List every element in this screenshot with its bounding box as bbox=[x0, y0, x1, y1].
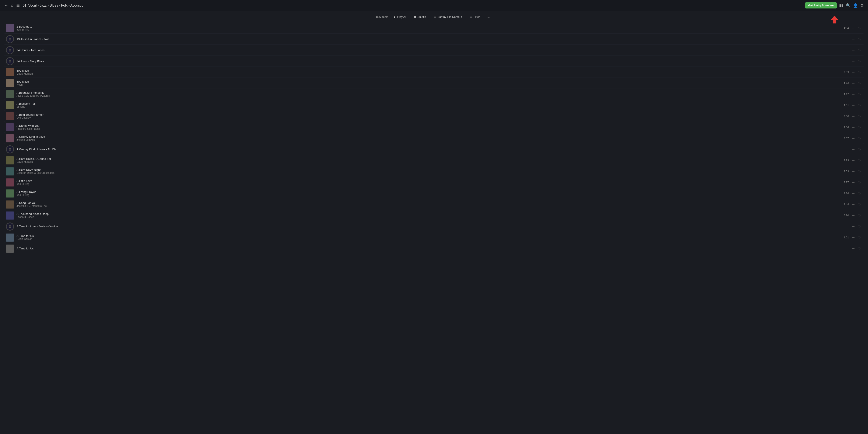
track-more-button[interactable]: ⋯ bbox=[851, 158, 856, 163]
track-duration: 2:53 bbox=[841, 170, 849, 173]
track-favorite-button[interactable]: ♡ bbox=[858, 91, 862, 97]
track-row[interactable]: 500 Miles David Munyon 2:39 ⋯ ♡ bbox=[4, 67, 864, 78]
track-favorite-button[interactable]: ♡ bbox=[858, 168, 862, 174]
track-row[interactable]: 2 Become 1 Yao Si Ting 4:04 ⋯ ♡ bbox=[4, 23, 864, 34]
track-row[interactable]: A Herd Day's Night Deborah Dixon & Les C… bbox=[4, 166, 864, 177]
track-more-button[interactable]: ⋯ bbox=[851, 80, 856, 86]
track-row[interactable]: A Hard Rain's A-Gonna Fall David Munyon … bbox=[4, 155, 864, 166]
track-favorite-button[interactable]: ♡ bbox=[858, 179, 862, 185]
track-artist: David Munyon bbox=[17, 72, 841, 75]
track-title: A Time for Love - Melissa Walker bbox=[17, 225, 841, 228]
settings-icon[interactable]: ⚙ bbox=[860, 3, 864, 8]
search-icon[interactable]: 🔍 bbox=[846, 3, 850, 8]
track-row[interactable]: 13 Jours En France - Awa ⋯ ♡ bbox=[4, 34, 864, 45]
track-actions: ⋯ ♡ bbox=[851, 113, 862, 119]
track-row[interactable]: A Song For You Jacintha & J. Montiero Tr… bbox=[4, 199, 864, 210]
shuffle-button[interactable]: ✖ Shuffle bbox=[412, 14, 428, 20]
track-more-button[interactable]: ⋯ bbox=[851, 202, 856, 207]
track-more-button[interactable]: ⋯ bbox=[851, 135, 856, 141]
track-favorite-button[interactable]: ♡ bbox=[858, 58, 862, 64]
track-row[interactable]: A Time for Love - Melissa Walker ⋯ ♡ bbox=[4, 221, 864, 232]
track-more-button[interactable]: ⋯ bbox=[851, 235, 856, 240]
more-button[interactable]: ... bbox=[485, 14, 492, 20]
track-info: A Hard Rain's A-Gonna Fall David Munyon bbox=[17, 157, 841, 163]
track-row[interactable]: A Beautiful Friendship Alexis Cole & Buc… bbox=[4, 89, 864, 100]
track-row[interactable]: A Living Prayer Yao Si Ting 4:16 ⋯ ♡ bbox=[4, 188, 864, 199]
track-more-button[interactable]: ⋯ bbox=[851, 91, 856, 97]
track-more-button[interactable]: ⋯ bbox=[851, 245, 856, 251]
track-row[interactable]: 500 Miles Noon 4:46 ⋯ ♡ bbox=[4, 78, 864, 89]
track-actions: ⋯ ♡ bbox=[851, 245, 862, 251]
track-info: A Groovy Kind of Love - Jin Chi bbox=[17, 148, 841, 151]
track-actions: ⋯ ♡ bbox=[851, 224, 862, 229]
track-more-button[interactable]: ⋯ bbox=[851, 47, 856, 53]
track-favorite-button[interactable]: ♡ bbox=[858, 69, 862, 75]
track-title: 24Hours - Mary Black bbox=[17, 60, 841, 63]
track-favorite-button[interactable]: ♡ bbox=[858, 124, 862, 130]
track-row[interactable]: A Little Love Yao Si Ting 3:27 ⋯ ♡ bbox=[4, 177, 864, 188]
track-row[interactable]: 24Hours - Mary Black ⋯ ♡ bbox=[4, 56, 864, 67]
track-duration: 8:44 bbox=[841, 203, 849, 206]
track-title: A Living Prayer bbox=[17, 190, 841, 194]
track-duration: 4:04 bbox=[841, 27, 849, 30]
home-icon[interactable]: ⌂ bbox=[11, 3, 13, 8]
track-favorite-button[interactable]: ♡ bbox=[858, 224, 862, 229]
track-row[interactable]: A Thousand Kisses Deep Leonard Cohen 6:3… bbox=[4, 210, 864, 221]
header-left: ← ⌂ ☰ 01. Vocal - Jazz - Blues - Folk - … bbox=[4, 3, 805, 8]
track-favorite-button[interactable]: ♡ bbox=[858, 235, 862, 240]
track-row[interactable]: A Bold Young Farmer Eva Cassidy 3:50 ⋯ ♡ bbox=[4, 111, 864, 122]
track-favorite-button[interactable]: ♡ bbox=[858, 80, 862, 86]
premiere-button[interactable]: Get Emby Premiere bbox=[805, 2, 837, 8]
track-actions: ⋯ ♡ bbox=[851, 191, 862, 196]
track-row[interactable]: A Blossom Fell Simone 4:01 ⋯ ♡ bbox=[4, 100, 864, 111]
track-row[interactable]: A Time for Us Celtic Woman 4:01 ⋯ ♡ bbox=[4, 232, 864, 243]
track-more-button[interactable]: ⋯ bbox=[851, 102, 856, 108]
track-favorite-button[interactable]: ♡ bbox=[858, 47, 862, 53]
track-row[interactable]: A Groovy Kind of Love - Jin Chi ⋯ ♡ bbox=[4, 144, 864, 155]
track-more-button[interactable]: ⋯ bbox=[851, 113, 856, 119]
track-thumbnail bbox=[6, 145, 14, 154]
track-row[interactable]: A Groovy Kind of Love Jheena Lodwick 3:3… bbox=[4, 133, 864, 144]
track-artist: Phaedra & Her Band bbox=[17, 127, 841, 130]
track-favorite-button[interactable]: ♡ bbox=[858, 146, 862, 152]
track-more-button[interactable]: ⋯ bbox=[851, 124, 856, 130]
track-favorite-button[interactable]: ♡ bbox=[858, 191, 862, 196]
track-more-button[interactable]: ⋯ bbox=[851, 212, 856, 218]
user-icon[interactable]: 👤 bbox=[853, 3, 858, 8]
track-more-button[interactable]: ⋯ bbox=[851, 146, 856, 152]
track-duration: 4:16 bbox=[841, 192, 849, 195]
track-more-button[interactable]: ⋯ bbox=[851, 179, 856, 185]
track-more-button[interactable]: ⋯ bbox=[851, 168, 856, 174]
track-more-button[interactable]: ⋯ bbox=[851, 58, 856, 64]
sort-button[interactable]: ☰ Sort by File Name ↑ bbox=[431, 14, 464, 20]
menu-icon[interactable]: ☰ bbox=[16, 3, 20, 8]
track-thumbnail bbox=[6, 156, 14, 164]
track-more-button[interactable]: ⋯ bbox=[851, 69, 856, 75]
cast-icon[interactable]: ▮▮ bbox=[839, 3, 843, 8]
track-favorite-button[interactable]: ♡ bbox=[858, 36, 862, 42]
track-thumbnail bbox=[6, 123, 14, 131]
track-favorite-button[interactable]: ♡ bbox=[858, 212, 862, 218]
track-row[interactable]: 24 Hours - Tom Jones ⋯ ♡ bbox=[4, 45, 864, 56]
track-row[interactable]: A Dance With You Phaedra & Her Band 4:04… bbox=[4, 122, 864, 133]
track-title: 500 Miles bbox=[17, 69, 841, 72]
play-all-button[interactable]: ▶ Play All bbox=[392, 14, 408, 20]
track-favorite-button[interactable]: ♡ bbox=[858, 135, 862, 141]
track-thumbnail bbox=[6, 90, 14, 98]
track-favorite-button[interactable]: ♡ bbox=[858, 202, 862, 207]
track-more-button[interactable]: ⋯ bbox=[851, 191, 856, 196]
track-favorite-button[interactable]: ♡ bbox=[858, 158, 862, 163]
track-favorite-button[interactable]: ♡ bbox=[858, 102, 862, 108]
track-favorite-button[interactable]: ♡ bbox=[858, 25, 862, 31]
track-more-button[interactable]: ⋯ bbox=[851, 224, 856, 229]
back-icon[interactable]: ← bbox=[4, 3, 8, 8]
track-more-button[interactable]: ⋯ bbox=[851, 36, 856, 42]
track-favorite-button[interactable]: ♡ bbox=[858, 113, 862, 119]
track-more-button[interactable]: ⋯ bbox=[851, 25, 856, 31]
track-title: A Blossom Fell bbox=[17, 102, 841, 105]
track-favorite-button[interactable]: ♡ bbox=[858, 245, 862, 251]
track-info: 2 Become 1 Yao Si Ting bbox=[17, 25, 841, 31]
track-row[interactable]: A Time for Us ⋯ ♡ bbox=[4, 243, 864, 254]
track-duration: 4:01 bbox=[841, 104, 849, 107]
filter-button[interactable]: ☰ Filter bbox=[468, 14, 482, 20]
